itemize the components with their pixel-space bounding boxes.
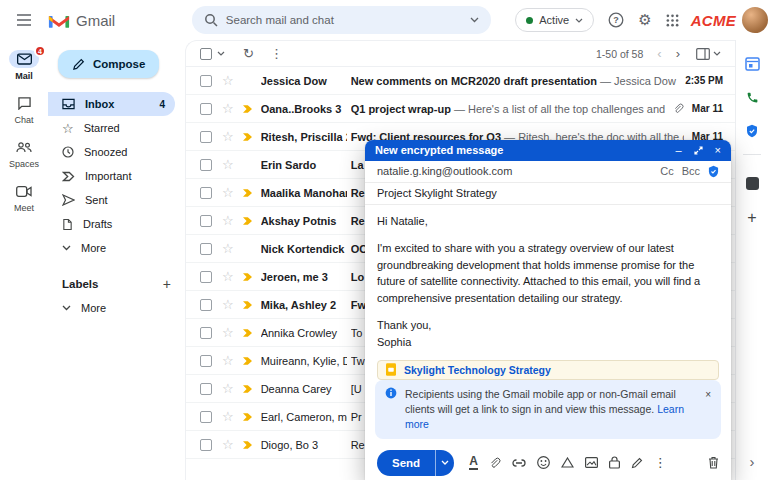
star-icon[interactable]: ☆: [222, 410, 234, 423]
importance-marker-icon[interactable]: [242, 412, 253, 422]
cc-toggle[interactable]: Cc: [660, 165, 673, 177]
status-selector[interactable]: Active: [515, 8, 594, 32]
star-icon[interactable]: ☆: [222, 102, 234, 115]
insert-emoji-icon[interactable]: [537, 456, 550, 469]
row-checkbox[interactable]: [200, 439, 212, 451]
star-icon[interactable]: ☆: [222, 158, 234, 171]
confidential-mode-icon[interactable]: [609, 456, 620, 469]
gmail-logo[interactable]: Gmail: [48, 12, 144, 29]
importance-marker-icon[interactable]: [242, 104, 253, 114]
split-pane-icon[interactable]: [696, 48, 710, 60]
get-addons-plus-icon[interactable]: +: [747, 210, 756, 226]
row-checkbox[interactable]: [200, 187, 212, 199]
search-options-caret-icon[interactable]: [470, 17, 479, 23]
more-options-icon[interactable]: ⋮: [270, 46, 283, 61]
sidebar-item-starred[interactable]: ☆ Starred: [48, 116, 175, 140]
row-checkbox[interactable]: [200, 327, 212, 339]
calendar-icon[interactable]: [745, 56, 760, 71]
insert-link-icon[interactable]: [512, 459, 526, 467]
apps-grid-icon[interactable]: [666, 14, 679, 27]
refresh-icon[interactable]: ↻: [243, 46, 254, 61]
bcc-toggle[interactable]: Bcc: [682, 165, 700, 177]
email-row[interactable]: ☆ Jessica Dow New comments on MCR2020 dr…: [186, 67, 735, 95]
insert-photo-icon[interactable]: [585, 457, 598, 468]
rail-item-meet[interactable]: Meet: [9, 182, 39, 213]
importance-marker-icon[interactable]: [242, 272, 253, 282]
select-caret-icon[interactable]: [217, 51, 225, 56]
attachment-chip[interactable]: Skylight Technology Strategy: [377, 360, 719, 379]
star-icon[interactable]: ☆: [222, 326, 234, 339]
email-row[interactable]: ☆ Oana..Brooks 3 Q1 project wrap-up — He…: [186, 95, 735, 123]
rail-item-spaces[interactable]: Spaces: [9, 138, 39, 169]
add-label-icon[interactable]: +: [163, 276, 171, 292]
star-icon[interactable]: ☆: [222, 354, 234, 367]
newer-page-chevron-icon[interactable]: ‹: [657, 46, 661, 61]
send-button[interactable]: Send: [377, 450, 435, 476]
sidebar-item-inbox[interactable]: Inbox 4: [48, 92, 175, 116]
sidebar-labels-more[interactable]: More: [48, 296, 175, 320]
star-icon[interactable]: ☆: [222, 242, 234, 255]
star-icon[interactable]: ☆: [222, 74, 234, 87]
row-checkbox[interactable]: [200, 75, 212, 87]
star-icon[interactable]: ☆: [222, 298, 234, 311]
popout-icon[interactable]: [694, 146, 703, 155]
star-icon[interactable]: ☆: [222, 130, 234, 143]
importance-marker-icon[interactable]: [242, 356, 253, 366]
settings-gear-icon[interactable]: ⚙: [638, 11, 651, 29]
attach-file-icon[interactable]: [489, 457, 501, 469]
close-icon[interactable]: ×: [715, 145, 721, 156]
recipient-field[interactable]: natalie.g.king@outlook.com: [377, 165, 512, 177]
expand-panel-chevron-icon[interactable]: ›: [750, 453, 755, 470]
importance-marker-icon[interactable]: [242, 440, 253, 450]
row-checkbox[interactable]: [200, 411, 212, 423]
menu-icon[interactable]: [0, 13, 48, 27]
star-icon[interactable]: ☆: [222, 270, 234, 283]
star-icon[interactable]: ☆: [222, 438, 234, 451]
star-icon[interactable]: ☆: [222, 382, 234, 395]
rail-item-mail[interactable]: 4 Mail: [9, 50, 39, 81]
compose-header[interactable]: New encrypted message – ×: [365, 140, 731, 161]
discard-draft-icon[interactable]: [708, 456, 719, 469]
importance-marker-icon[interactable]: [242, 328, 253, 338]
search-bar[interactable]: Search mail and chat: [192, 6, 491, 34]
row-checkbox[interactable]: [200, 103, 212, 115]
sidebar-item-more[interactable]: More: [48, 236, 175, 260]
importance-marker-icon[interactable]: [242, 188, 253, 198]
insert-drive-icon[interactable]: [561, 457, 574, 468]
row-checkbox[interactable]: [200, 383, 212, 395]
sidebar-item-sent[interactable]: Sent: [48, 188, 175, 212]
star-icon[interactable]: ☆: [222, 214, 234, 227]
addon-icon[interactable]: [746, 177, 759, 190]
split-pane-caret-icon[interactable]: [713, 51, 721, 56]
row-checkbox[interactable]: [200, 243, 212, 255]
importance-marker-icon[interactable]: [242, 384, 253, 394]
avatar[interactable]: [742, 7, 768, 33]
importance-marker-icon[interactable]: [242, 216, 253, 226]
minimize-icon[interactable]: –: [675, 145, 681, 156]
sidebar-item-important[interactable]: Important: [48, 164, 175, 188]
send-options-caret-icon[interactable]: [435, 450, 454, 476]
security-shield-icon[interactable]: [746, 124, 758, 138]
row-checkbox[interactable]: [200, 355, 212, 367]
message-body[interactable]: Hi Natalie, I'm excited to share with yo…: [365, 205, 731, 355]
importance-marker-icon[interactable]: [242, 132, 253, 142]
compose-button[interactable]: Compose: [58, 50, 159, 78]
row-checkbox[interactable]: [200, 159, 212, 171]
star-icon[interactable]: ☆: [222, 186, 234, 199]
formatting-icon[interactable]: A: [469, 455, 478, 470]
select-all-checkbox[interactable]: [200, 48, 212, 60]
older-page-chevron-icon[interactable]: ›: [676, 46, 680, 61]
subject-field[interactable]: Project Skylight Strategy: [365, 183, 731, 205]
sidebar-item-snoozed[interactable]: Snoozed: [48, 140, 175, 164]
row-checkbox[interactable]: [200, 131, 212, 143]
importance-marker-icon[interactable]: [242, 300, 253, 310]
help-icon[interactable]: ?: [608, 12, 624, 28]
banner-close-icon[interactable]: ×: [705, 387, 711, 403]
search-icon[interactable]: [204, 13, 218, 27]
voice-phone-icon[interactable]: [746, 91, 759, 104]
rail-item-chat[interactable]: Chat: [9, 94, 39, 125]
row-checkbox[interactable]: [200, 271, 212, 283]
signature-pen-icon[interactable]: [631, 457, 643, 469]
row-checkbox[interactable]: [200, 299, 212, 311]
row-checkbox[interactable]: [200, 215, 212, 227]
